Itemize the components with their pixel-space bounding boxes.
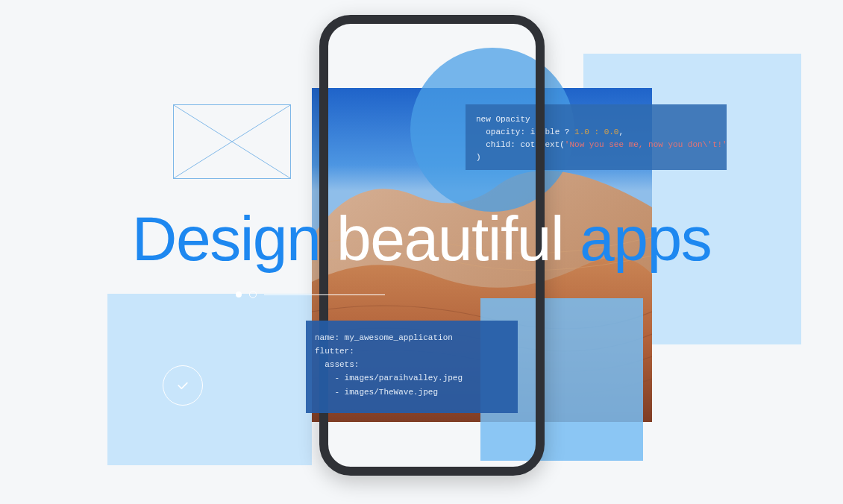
code-number: 1.0 : 0.0 (574, 127, 618, 136)
wireframe-box (173, 104, 291, 179)
code-line: - images/TheWave.jpeg (315, 388, 438, 397)
code-line: assets: (315, 360, 359, 369)
hero-stage: new Opacity opacity: isible ? 1.0 : 0.0,… (0, 0, 843, 504)
code-line: - images/paraihvalley.jpeg (315, 374, 463, 382)
headline-word-1: Design (132, 204, 320, 274)
code-line: flutter: (315, 347, 354, 356)
code-snippet-yaml: name: my_awesome_application flutter: as… (306, 321, 518, 413)
code-line: , (618, 127, 624, 136)
carousel-indicator[interactable] (236, 289, 385, 300)
check-circle-icon (163, 365, 203, 406)
carousel-dot[interactable] (249, 291, 257, 298)
code-line: name: my_awesome_application (315, 333, 453, 342)
carousel-dot-active[interactable] (236, 292, 242, 297)
decorative-panel-left (107, 294, 312, 465)
code-string: 'Now you see me, now you don\'t!' (565, 140, 727, 149)
carousel-line (264, 294, 385, 295)
